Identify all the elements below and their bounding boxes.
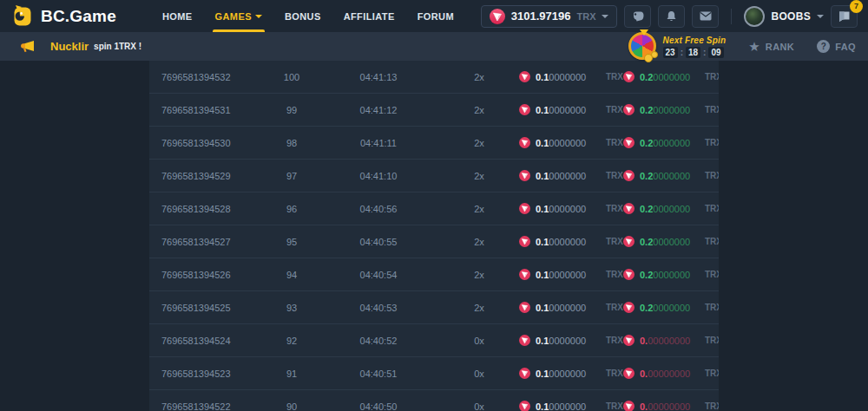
bet-id: 7696581394529 — [161, 171, 266, 181]
trx-coin-icon — [623, 71, 635, 82]
amount-value: 0.10000000 — [536, 303, 586, 313]
bet-id: 7696581394530 — [161, 138, 266, 148]
amount-value: 0.10000000 — [536, 171, 586, 181]
amount-value: 0.10000000 — [536, 72, 586, 82]
trx-coin-icon — [519, 335, 530, 346]
bet-number: 92 — [266, 336, 318, 346]
trx-coin-icon — [623, 104, 635, 115]
nav-forum[interactable]: FORUM — [406, 0, 465, 32]
bet-id: 7696581394526 — [161, 270, 266, 280]
countdown-minutes: 18 — [686, 47, 700, 58]
bets-table-body: 7696581394532 100 04:41:13 2x 0.10000000… — [149, 61, 719, 411]
amount-currency: TRX — [606, 303, 623, 312]
faq-link[interactable]: ? FAQ — [817, 40, 856, 53]
announcement[interactable]: Nucklir spin 1TRX ! — [19, 40, 141, 54]
table-row[interactable]: 7696581394528 96 04:40:56 2x 0.10000000 … — [149, 192, 719, 225]
table-row[interactable]: 7696581394529 97 04:41:10 2x 0.10000000 … — [149, 160, 719, 192]
amount-value: 0.10000000 — [536, 336, 586, 346]
nav-games[interactable]: GAMES — [204, 0, 273, 32]
announcement-subtitle: spin 1TRX ! — [94, 42, 141, 51]
bet-id: 7696581394523 — [161, 369, 266, 379]
nav-home[interactable]: HOME — [151, 0, 204, 32]
rank-link[interactable]: ★ RANK — [748, 40, 794, 53]
bet-time: 04:40:56 — [318, 204, 439, 214]
bet-number: 99 — [266, 105, 318, 115]
table-row[interactable]: 7696581394526 94 04:40:54 2x 0.10000000 … — [149, 258, 719, 291]
chat-icon — [838, 10, 851, 23]
megaphone-icon — [19, 40, 36, 54]
table-row[interactable]: 7696581394532 100 04:41:13 2x 0.10000000… — [149, 61, 719, 94]
payout-currency: TRX — [705, 270, 719, 279]
nav-affiliate[interactable]: AFFILIATE — [332, 0, 406, 32]
table-row[interactable]: 7696581394522 90 04:40:50 0x 0.10000000 … — [149, 390, 719, 411]
payout-currency: TRX — [705, 171, 719, 180]
username: BOOBS — [771, 10, 811, 23]
bet-id: 7696581394528 — [161, 204, 266, 214]
bet-multiplier: 2x — [439, 138, 519, 148]
bet-time: 04:41:10 — [318, 171, 439, 181]
chat-button[interactable]: 7 — [831, 5, 858, 28]
bcgame-logo-icon — [12, 4, 33, 28]
trx-coin-icon — [623, 302, 635, 313]
logo-text: BC.Game — [41, 7, 116, 26]
amount-currency: TRX — [606, 369, 623, 378]
free-spin-countdown: 23 : 18 : 09 — [663, 47, 727, 58]
bet-amount: 0.10000000 TRX — [519, 401, 623, 411]
main-content: 7696581394532 100 04:41:13 2x 0.10000000… — [0, 61, 868, 411]
payout-value: 0.20000000 — [640, 237, 690, 247]
bet-amount: 0.10000000 TRX — [519, 368, 623, 379]
payout-currency: TRX — [705, 138, 719, 147]
bet-id: 7696581394527 — [161, 237, 266, 247]
mail-button[interactable] — [692, 5, 719, 28]
notifications-button[interactable] — [658, 5, 685, 28]
vault-button[interactable] — [624, 5, 651, 28]
logo[interactable]: BC.Game — [12, 0, 116, 32]
nav-bonus[interactable]: BONUS — [273, 0, 332, 32]
payout-value: 0.00000000 — [640, 369, 690, 379]
table-row[interactable]: 7696581394524 92 04:40:52 0x 0.10000000 … — [149, 324, 719, 357]
amount-currency: TRX — [606, 105, 623, 114]
free-spin-widget[interactable]: Next Free Spin 23 : 18 : 09 — [628, 30, 727, 63]
countdown-hours: 23 — [663, 47, 678, 58]
bet-number: 95 — [266, 237, 318, 247]
table-row[interactable]: 7696581394527 95 04:40:55 2x 0.10000000 … — [149, 225, 719, 258]
user-menu[interactable]: BOOBS — [744, 6, 824, 27]
payout-value: 0.20000000 — [640, 72, 690, 82]
bet-multiplier: 0x — [439, 401, 519, 411]
trx-coin-icon — [623, 170, 635, 181]
trx-coin-icon — [519, 137, 530, 148]
bet-payout: 0.20000000 TRX — [623, 302, 719, 313]
bet-amount: 0.10000000 TRX — [519, 104, 623, 115]
balance-selector[interactable]: 3101.97196 TRX — [481, 5, 618, 28]
avatar — [744, 6, 765, 27]
bet-amount: 0.10000000 TRX — [519, 269, 623, 280]
bet-payout: 0.20000000 TRX — [623, 203, 719, 214]
trx-coin-icon — [519, 401, 530, 411]
bet-multiplier: 2x — [439, 171, 519, 181]
bet-payout: 0.00000000 TRX — [623, 335, 719, 346]
table-row[interactable]: 7696581394531 99 04:41:12 2x 0.10000000 … — [149, 94, 719, 127]
trx-coin-icon — [623, 401, 635, 411]
payout-currency: TRX — [705, 204, 719, 213]
table-row[interactable]: 7696581394525 93 04:40:53 2x 0.10000000 … — [149, 291, 719, 324]
payout-value: 0.20000000 — [640, 270, 690, 280]
bet-amount: 0.10000000 TRX — [519, 236, 623, 247]
free-spin-label: Next Free Spin — [663, 36, 727, 45]
table-row[interactable]: 7696581394530 98 04:41:11 2x 0.10000000 … — [149, 127, 719, 160]
bet-multiplier: 0x — [439, 369, 519, 379]
amount-currency: TRX — [606, 237, 623, 246]
subbar-right: Next Free Spin 23 : 18 : 09 ★ RANK ? FAQ — [628, 30, 856, 63]
table-row[interactable]: 7696581394523 91 04:40:51 0x 0.10000000 … — [149, 357, 719, 390]
star-icon: ★ — [748, 40, 760, 53]
bet-id: 7696581394532 — [161, 72, 266, 82]
trx-coin-icon — [519, 269, 530, 280]
amount-value: 0.10000000 — [536, 401, 586, 411]
header-divider — [731, 9, 732, 24]
trx-coin-icon — [519, 71, 530, 82]
bet-payout: 0.00000000 TRX — [623, 368, 719, 379]
payout-currency: TRX — [705, 303, 719, 312]
bet-number: 94 — [266, 270, 318, 280]
amount-currency: TRX — [606, 336, 623, 345]
bet-number: 100 — [266, 72, 318, 82]
amount-value: 0.10000000 — [536, 105, 586, 115]
